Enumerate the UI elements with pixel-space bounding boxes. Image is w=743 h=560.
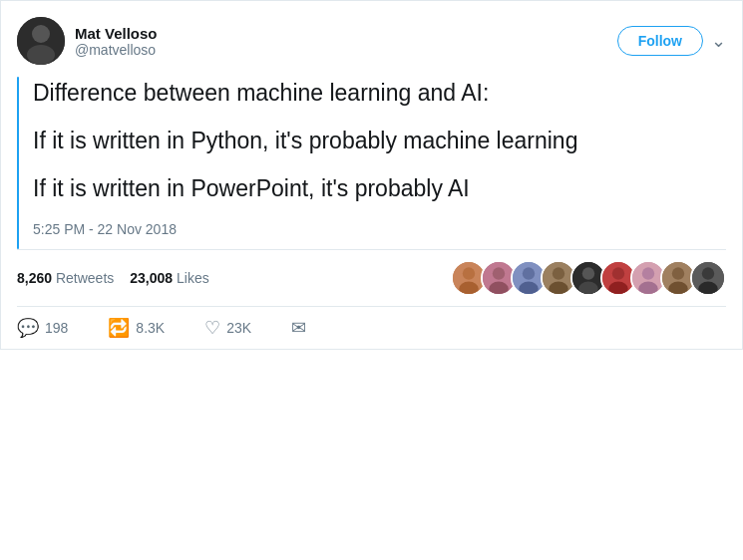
retweets-count: 8,260	[17, 270, 52, 286]
reply-action[interactable]: 💬 198	[17, 317, 68, 339]
svg-point-19	[612, 267, 624, 279]
tweet-text: Difference between machine learning and …	[33, 77, 726, 205]
username[interactable]: @matvelloso	[75, 42, 617, 58]
svg-point-25	[672, 267, 684, 279]
tweet-paragraph-1: Difference between machine learning and …	[33, 77, 726, 109]
tweet-body: Difference between machine learning and …	[33, 77, 726, 249]
user-info: Mat Velloso @matvelloso	[75, 25, 617, 58]
like-count: 23K	[226, 320, 251, 336]
liker-avatar-9	[690, 260, 726, 296]
tweet-timestamp: 5:25 PM - 22 Nov 2018	[33, 217, 726, 237]
retweet-icon: 🔁	[108, 317, 130, 339]
svg-point-7	[493, 267, 505, 279]
tweet-card: Mat Velloso @matvelloso Follow ⌄ Differe…	[0, 0, 743, 350]
chevron-down-icon[interactable]: ⌄	[711, 30, 726, 52]
tweet-paragraph-3: If it is written in PowerPoint, it's pro…	[33, 172, 726, 204]
mail-icon: ✉	[291, 317, 306, 339]
retweet-count: 8.3K	[136, 320, 165, 336]
svg-point-2	[27, 45, 55, 65]
display-name[interactable]: Mat Velloso	[75, 25, 617, 42]
svg-point-16	[582, 267, 594, 279]
stats-row: 8,260 Retweets 23,008 Likes	[17, 250, 726, 306]
tweet-header: Mat Velloso @matvelloso Follow ⌄	[17, 17, 726, 65]
like-action[interactable]: ♡ 23K	[204, 317, 251, 339]
header-actions: Follow ⌄	[617, 26, 726, 56]
retweets-stat: 8,260 Retweets	[17, 270, 114, 286]
likers-avatars	[451, 260, 726, 296]
reply-count: 198	[45, 320, 68, 336]
svg-point-10	[523, 267, 535, 279]
actions-row: 💬 198 🔁 8.3K ♡ 23K ✉	[17, 306, 726, 349]
likes-count: 23,008	[130, 270, 173, 286]
svg-point-13	[553, 267, 564, 279]
left-accent-bar	[17, 77, 19, 249]
follow-button[interactable]: Follow	[617, 26, 703, 56]
retweets-label: Retweets	[56, 270, 114, 286]
svg-point-28	[702, 267, 714, 279]
reply-icon: 💬	[17, 317, 39, 339]
tweet-wrapper: Difference between machine learning and …	[17, 77, 726, 249]
svg-point-1	[32, 25, 50, 43]
likes-label: Likes	[177, 270, 209, 286]
svg-point-4	[463, 267, 475, 279]
tweet-paragraph-2: If it is written in Python, it's probabl…	[33, 125, 726, 156]
heart-icon: ♡	[204, 317, 220, 339]
dm-action[interactable]: ✉	[291, 317, 306, 339]
svg-point-22	[642, 267, 654, 279]
avatar[interactable]	[17, 17, 65, 65]
retweet-action[interactable]: 🔁 8.3K	[108, 317, 165, 339]
likes-stat: 23,008 Likes	[130, 270, 208, 286]
